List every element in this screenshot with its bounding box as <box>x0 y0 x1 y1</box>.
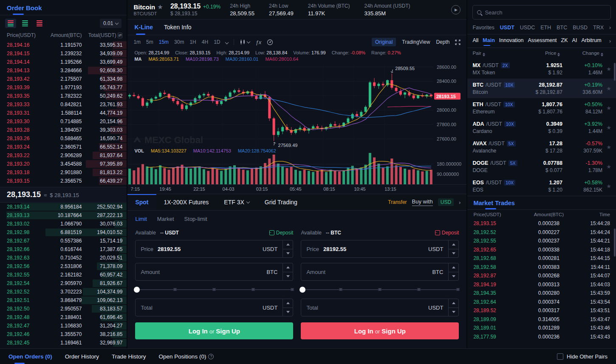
slider-knob[interactable] <box>134 287 140 293</box>
favorite-star-icon[interactable]: ★ <box>604 85 613 92</box>
pair-row-ada[interactable]: ADA/USDT10XCardano0.3949$ 0.39+3.92%1.44… <box>467 118 616 137</box>
currency-chip[interactable]: USD <box>438 198 454 206</box>
quote-tab-favorites[interactable]: Favorites <box>472 25 494 31</box>
category-tab-all[interactable]: All <box>472 37 478 45</box>
order-book-row[interactable]: 28,193.281.39405739,303.03 <box>0 126 127 134</box>
gauge-icon[interactable] <box>267 39 273 45</box>
interval-15m[interactable]: 15m <box>159 39 169 45</box>
category-tab-zk[interactable]: ZK <box>561 37 568 45</box>
sell-login-signup-button[interactable]: Log InorSign Up <box>301 322 459 339</box>
buy-amount-slider[interactable] <box>136 287 292 293</box>
pair-row-btc[interactable]: BTC/USDT10XBitcoin28,192.87$ 28,192.87+0… <box>467 79 616 98</box>
sort-price[interactable]: Price <box>520 51 564 56</box>
slider-knob[interactable] <box>300 287 305 293</box>
sell-amount-input[interactable] <box>330 269 428 275</box>
price-stepper[interactable] <box>283 240 293 258</box>
order-book-row[interactable]: 28,192.513.868479109,062.13 <box>0 296 127 305</box>
order-book-row[interactable]: 28,192.502.95055783,183.57 <box>0 305 127 313</box>
buy-amount-input[interactable] <box>164 269 262 275</box>
quote-tab-trx[interactable]: TRX <box>593 25 604 31</box>
order-book-row[interactable]: 28,192.461.35557038,216.85 <box>0 330 127 339</box>
category-tab-arbitrum[interactable]: Arbitrum <box>581 37 601 45</box>
order-book-row[interactable]: 28,192.562.53180671,378.09 <box>0 262 127 271</box>
order-book-row[interactable]: 28,193.021.06679030,076.03 <box>0 220 127 228</box>
order-book-title[interactable]: Order Book <box>7 4 42 15</box>
order-book-row[interactable]: 28,193.148.956184252,502.94 <box>0 203 127 211</box>
order-book-row[interactable]: 28,192.552.16218260,957.42 <box>0 271 127 279</box>
amount-stepper[interactable] <box>449 263 459 281</box>
sell-price-input[interactable] <box>323 246 424 252</box>
pair-row-eos[interactable]: EOS/USDT10XEOS1.207$ 1.20+0.58%862.15K★ <box>467 176 616 196</box>
order-type-stop-limit[interactable]: Stop-limit <box>184 216 207 222</box>
order-book-row[interactable]: 28,192.670.55738615,714.19 <box>0 237 127 245</box>
sort-pair[interactable]: Pair <box>472 51 520 56</box>
interval-5m[interactable]: 5m <box>146 39 153 45</box>
quote-tab-eth[interactable]: ETH <box>540 25 551 31</box>
interval-4H[interactable]: 4H <box>202 39 208 45</box>
pair-row-doge[interactable]: DOGE/USDT5XDOGE0.07788$ 0.077-1.30%1.78M… <box>467 157 616 176</box>
category-tab-assessment[interactable]: Assessment <box>528 37 557 45</box>
search-box[interactable] <box>472 5 611 20</box>
order-book-row[interactable]: 28,193.222.90628981,937.64 <box>0 151 127 160</box>
quote-tab-busd[interactable]: BUSD <box>573 25 588 31</box>
order-book-row[interactable]: 28,193.300.71488520,154.96 <box>0 117 127 126</box>
trade-tab-etf-3x[interactable]: ETF 3X <box>216 194 257 210</box>
order-book-row[interactable]: 28,192.660.61674417,387.65 <box>0 245 127 254</box>
interval-more-chevron-icon[interactable] <box>225 41 229 44</box>
order-book-row[interactable]: 28,192.451.16946132,969.97 <box>0 339 127 347</box>
order-book-row[interactable]: 28,193.203.45458897,395.89 <box>0 160 127 168</box>
sell-amount-slider[interactable] <box>302 287 458 293</box>
total-stepper[interactable] <box>283 299 293 316</box>
deposit-link[interactable]: Deposit <box>269 230 294 236</box>
depth-view-both-icon[interactable] <box>5 19 16 28</box>
order-book-row[interactable]: 28,192.630.71045220,029.51 <box>0 254 127 262</box>
fullscreen-icon[interactable] <box>455 40 461 45</box>
trades-scrollbar[interactable] <box>614 229 616 257</box>
order-book-row[interactable]: 28,192.471.10683031,204.27 <box>0 322 127 330</box>
indicators-fx-icon[interactable]: ƒx <box>255 39 261 45</box>
view-mode-depth[interactable]: Depth <box>436 39 449 45</box>
transfer-link[interactable]: Transfer <box>388 199 407 205</box>
chart-tab-k-line[interactable]: K-Line <box>134 20 153 35</box>
sell-total-input[interactable] <box>322 305 424 311</box>
order-book-row[interactable]: 28,192.523.702223104,374.99 <box>0 288 127 296</box>
favorite-star-icon[interactable]: ★ <box>604 105 613 111</box>
interval-1D[interactable]: 1D <box>214 39 220 45</box>
order-book-row[interactable]: 28,193.152.35657566,439.27 <box>0 177 127 185</box>
pair-row-avax[interactable]: AVAX/USDT5XAvalanche17.28$ 17.28-0.57%30… <box>467 137 616 157</box>
view-mode-original[interactable]: Original <box>372 38 396 46</box>
buy-with-link[interactable]: Buy with <box>412 198 433 206</box>
last-price-row[interactable]: 28,193.15 ≈ $ 28,193.15 <box>0 187 127 203</box>
buy-login-signup-button[interactable]: Log InorSign Up <box>135 322 293 339</box>
chevron-right-icon[interactable]: › <box>459 199 461 206</box>
order-book-row[interactable]: 28,192.542.90597081,926.67 <box>0 279 127 288</box>
pair-row-mx[interactable]: MX/USDT2XMX Token1.9251$ 1.92+0.10%1.46M… <box>467 59 616 79</box>
order-book-row[interactable]: 28,194.151.23923234,939.09 <box>0 49 127 58</box>
precision-dropdown[interactable]: 0.01 <box>100 19 122 28</box>
quote-tabs-more-icon[interactable]: › <box>609 25 611 31</box>
market-trades-title[interactable]: Market Trades <box>473 200 515 209</box>
favorite-star-icon[interactable]: ★ <box>604 66 613 72</box>
category-tab-main[interactable]: Main <box>483 37 494 45</box>
depth-view-asks-icon[interactable] <box>34 19 45 28</box>
pairs-scrollbar[interactable] <box>614 63 616 81</box>
chart-tab-token-info[interactable]: Token Info <box>164 20 192 35</box>
order-book-row[interactable]: 28,193.1310.187664287,222.13 <box>0 211 127 220</box>
order-book-row[interactable]: 28,193.422.17550761,334.98 <box>0 75 127 83</box>
order-book-row[interactable]: 28,193.391.97719355,743.77 <box>0 83 127 92</box>
sort-change[interactable]: Change <box>563 51 611 56</box>
hide-other-pairs-checkbox[interactable] <box>557 353 563 360</box>
order-book-row[interactable]: 28,192.482.18840161,696.45 <box>0 313 127 322</box>
bottom-tab-trade-history[interactable]: Trade History <box>112 349 146 364</box>
deposit-link[interactable]: Deposit <box>435 230 459 236</box>
favorite-star-icon[interactable]: ★ <box>604 183 613 189</box>
search-input[interactable] <box>485 9 606 16</box>
kline-chart[interactable]: MEXC Global28600.0028400.0028200.0028000… <box>127 63 466 184</box>
buy-total-input[interactable] <box>157 305 258 311</box>
view-mode-tradingview[interactable]: TradingView <box>402 39 430 45</box>
order-type-market[interactable]: Market <box>157 216 174 222</box>
bottom-tab-open-positions-0[interactable]: Open Positions (0)? <box>159 349 214 364</box>
quote-tab-usdc[interactable]: USDC <box>520 25 535 31</box>
order-book-row[interactable]: 28,194.161.19157033,595.31 <box>0 41 127 49</box>
candle-style-icon[interactable] <box>240 39 250 45</box>
